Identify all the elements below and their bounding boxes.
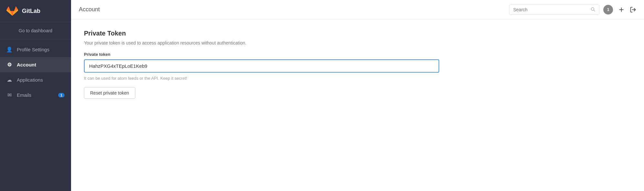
sidebar-logo-text: GitLab [22,8,40,15]
sidebar-item-applications[interactable]: ☁ Applications [0,72,71,87]
sidebar-item-label: Account [17,62,36,67]
topbar: Account 1 [71,0,644,19]
page-content: Private Token Your private token is used… [71,19,644,191]
gear-icon: ⚙ [6,62,12,68]
token-hint: It can be used for atom feeds or the API… [84,76,631,81]
sidebar-item-label: Profile Settings [17,47,49,52]
topbar-actions: 1 [603,5,636,15]
sidebar-item-label: Emails [17,92,31,98]
sidebar-item-account[interactable]: ⚙ Account [0,57,71,72]
search-box[interactable] [509,5,599,15]
token-input-wrapper [84,59,631,73]
sidebar-item-profile-settings[interactable]: 👤 Profile Settings [0,42,71,57]
sidebar-dashboard-link[interactable]: Go to dashboard [0,22,71,39]
gitlab-logo-icon [6,5,18,17]
emails-badge: 1 [58,93,65,97]
avatar[interactable]: 1 [603,5,613,15]
section-title: Private Token [84,30,631,37]
section-description: Your private token is used to access app… [84,40,631,45]
cloud-icon: ☁ [6,77,12,83]
page-title: Account [79,6,100,13]
user-icon: 👤 [6,46,12,53]
sidebar: GitLab Go to dashboard 👤 Profile Setting… [0,0,71,191]
envelope-icon: ✉ [6,92,12,98]
add-button[interactable] [618,6,625,13]
token-field-label: Private token [84,52,631,57]
sign-out-button[interactable] [630,6,636,13]
sidebar-item-emails[interactable]: ✉ Emails 1 [0,87,71,103]
search-icon [590,7,595,13]
sidebar-nav: 👤 Profile Settings ⚙ Account ☁ Applicati… [0,39,71,103]
main-content: Account 1 [71,0,644,191]
reset-token-button[interactable]: Reset private token [84,87,135,99]
svg-line-1 [594,10,595,11]
private-token-input[interactable] [84,59,439,73]
sidebar-logo[interactable]: GitLab [0,0,71,22]
search-input[interactable] [513,7,588,12]
sidebar-item-label: Applications [17,77,43,83]
